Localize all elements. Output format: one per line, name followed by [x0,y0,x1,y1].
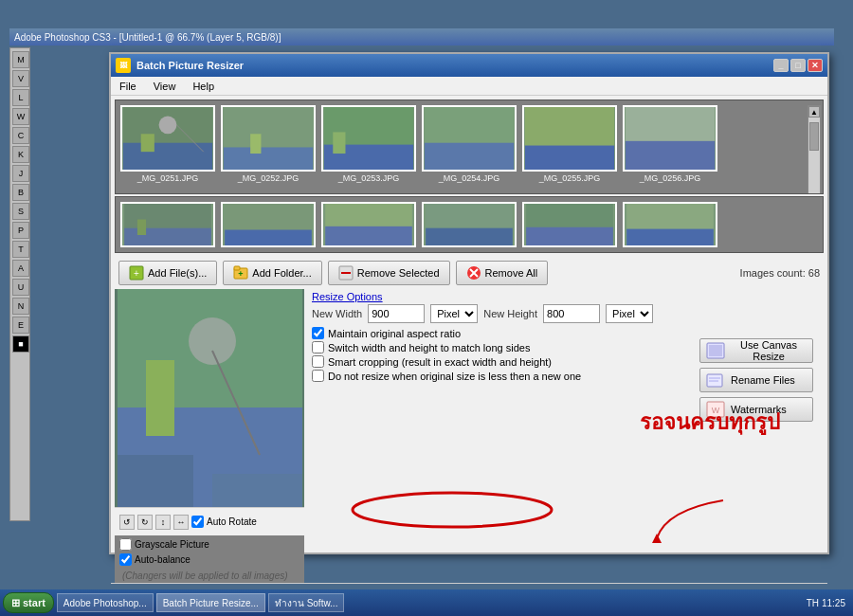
app-icon: 🖼 [116,58,131,73]
start-button[interactable]: ⊞ start [3,592,54,613]
tool-12[interactable]: A [12,260,29,277]
scroll-thumb[interactable] [809,122,819,151]
thumb-r2-4 [422,202,517,247]
thumb-image-1 [120,105,215,172]
thumb-r2-1 [120,202,215,247]
new-height-input[interactable] [543,304,600,323]
tool-8[interactable]: B [12,184,29,201]
auto-balance-checkbox[interactable] [119,553,132,566]
add-folder-button[interactable]: + Add Folder... [223,261,321,285]
tool-6[interactable]: K [12,146,29,163]
menu-file[interactable]: File [116,79,140,94]
menu-help[interactable]: Help [189,79,218,94]
thumbnail-item[interactable]: _MG_0253.JPG [321,105,416,183]
grayscale-checkbox[interactable] [119,538,132,551]
add-files-icon: + [129,265,144,281]
tool-4[interactable]: W [12,108,29,125]
thumbnail-item[interactable]: _MG_0251.JPG [120,105,215,183]
no-resize-small-checkbox[interactable] [312,370,324,382]
new-width-input[interactable] [368,304,425,323]
svg-rect-42 [146,360,174,436]
thumbnail-item-r2-4[interactable] [422,202,517,247]
thumbnail-item[interactable]: _MG_0256.JPG [623,105,717,183]
thumbnail-item[interactable]: _MG_0252.JPG [221,105,316,183]
thumbnail-item-r2-3[interactable] [321,202,416,247]
svg-rect-7 [250,134,261,154]
svg-rect-10 [333,132,345,154]
taskbar-thai[interactable]: ทำงาน Softw... [268,593,345,612]
height-unit-select[interactable]: Pixel % [606,304,653,323]
options-panel: Resize Options New Width Pixel % New Hei… [312,289,824,583]
tool-11[interactable]: T [12,241,29,258]
width-unit-select[interactable]: Pixel % [430,304,478,323]
maintain-aspect-checkbox[interactable] [312,327,324,339]
auto-rotate-checkbox[interactable] [191,516,204,528]
thumb-image-2 [221,105,316,172]
remove-all-label: Remove All [485,267,538,279]
svg-rect-2 [141,134,154,152]
thumbnail-item-r2-6[interactable] [623,202,717,247]
thumb-r2-5 [522,202,617,247]
rename-files-button[interactable]: Rename Files [699,368,813,392]
svg-rect-12 [425,143,514,170]
tool-2[interactable]: V [12,70,29,87]
svg-rect-14 [525,146,614,170]
action-buttons-row: + Add File(s)... + Add Folder... Remove … [111,257,827,289]
watermarks-button[interactable]: W Watermarks [699,397,813,422]
thumb-r2-6 [623,202,717,247]
taskbar-batch[interactable]: Batch Picture Resize... [156,593,265,612]
maximize-button[interactable]: □ [790,59,806,72]
smart-crop-checkbox[interactable] [312,355,324,368]
thumbnail-item-r2-2[interactable] [221,202,316,247]
svg-rect-19 [137,220,146,236]
add-files-button[interactable]: + Add File(s)... [118,261,217,285]
switch-dimensions-label: Switch width and height to match long si… [328,342,530,353]
thumb-image-6 [623,105,717,172]
close-button[interactable]: ✕ [808,59,823,72]
thumbnail-item[interactable]: _MG_0255.JPG [522,105,617,183]
tool-14[interactable]: N [12,298,29,315]
thumbnail-item-r2-5[interactable] [522,202,617,247]
preview-image [115,289,304,507]
svg-rect-48 [709,345,722,356]
thumbnail-scrollbar[interactable]: ▲ ▼ [808,105,821,194]
preview-area: ↺ ↻ ↕ ↔ Auto Rotate Grayscale Picture Au… [115,289,304,583]
minimize-button[interactable]: _ [773,59,789,72]
thumbnail-item-r2-1[interactable] [120,202,215,247]
tool-7[interactable]: J [12,165,29,182]
tool-3[interactable]: L [12,89,29,106]
tool-9[interactable]: S [12,203,29,220]
thumbnail-area-2 [115,196,824,253]
tool-1[interactable]: M [12,51,29,68]
switch-dimensions-checkbox[interactable] [312,341,324,353]
add-files-label: Add File(s)... [148,267,207,279]
scroll-up[interactable]: ▲ [808,106,820,118]
tool-13[interactable]: U [12,279,29,296]
thumbnail-item[interactable]: _MG_0254.JPG [422,105,517,183]
tool-5[interactable]: C [12,127,29,144]
svg-point-43 [189,317,236,365]
remove-selected-button[interactable]: Remove Selected [328,261,450,285]
canvas-resize-button[interactable]: Use Canvas Resize [699,338,813,363]
thumbnail-area: _MG_0251.JPG _MG_0252.JPG [115,100,824,194]
new-height-label: New Height [483,308,537,319]
taskbar-ps[interactable]: Adobe Photoshop... [57,593,154,612]
svg-rect-6 [224,147,313,170]
window-controls: _ □ ✕ [773,59,823,72]
rotate-cw-btn[interactable]: ↻ [137,515,153,530]
taskbar-tray: TH 11:25 [802,598,850,608]
tool-10[interactable]: P [12,222,29,239]
rotate-ccw-btn[interactable]: ↺ [119,515,135,530]
remove-all-icon [466,265,481,281]
thumb-label-2: _MG_0252.JPG [238,173,299,183]
flip-h-btn[interactable]: ↕ [155,515,171,530]
remove-all-button[interactable]: Remove All [456,261,549,285]
flip-v-btn[interactable]: ↔ [173,515,189,530]
tool-fg[interactable]: ■ [12,335,29,353]
auto-rotate-label: Auto Rotate [191,516,257,528]
svg-rect-23 [325,226,412,245]
add-folder-label: Add Folder... [252,267,311,279]
menu-view[interactable]: View [150,79,180,94]
tool-15[interactable]: E [12,317,29,334]
maintain-aspect-label: Maintain original aspect ratio [328,328,461,339]
